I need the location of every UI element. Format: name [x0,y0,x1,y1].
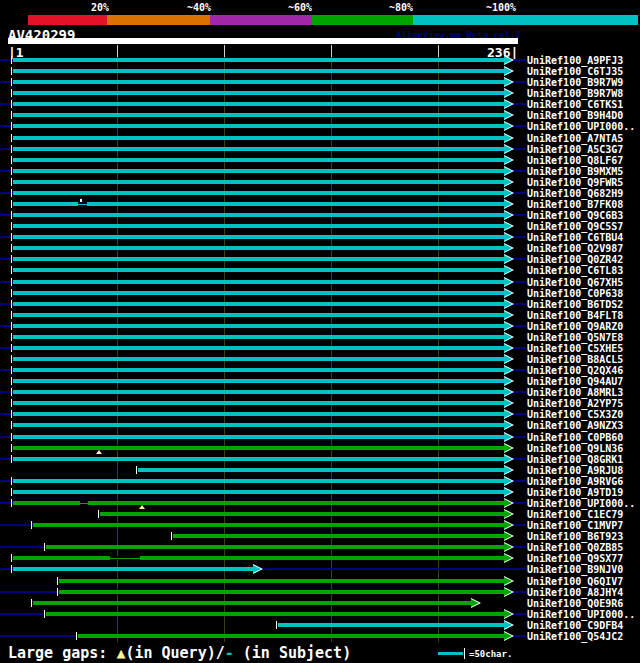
hit-label[interactable]: UniRef100_Q9SX77 [527,553,623,564]
alignment-bar[interactable] [13,291,505,295]
alignment-bar[interactable] [13,423,505,427]
hit-label[interactable]: UniRef100_A2YP75 [527,398,623,409]
hit-label[interactable]: UniRef100_A9PFJ3 [527,55,623,66]
alignment-bar[interactable] [13,390,505,394]
hit-label[interactable]: UniRef100_Q682H9 [527,188,623,199]
hit-label[interactable]: UniRef100_A5C3G7 [527,144,623,155]
hit-label[interactable]: UniRef100_C1MVP7 [527,520,623,531]
hit-label[interactable]: UniRef100_A9NZX3 [527,420,623,431]
alignment-bar[interactable] [13,136,505,140]
alignment-bar[interactable] [13,91,505,95]
hit-label[interactable]: UniRef100_C6TBU4 [527,232,623,243]
alignment-bar[interactable] [13,58,505,62]
hit-label[interactable]: UniRef100_A8MRL3 [527,387,623,398]
hit-label[interactable]: UniRef100_A7NTA5 [527,133,623,144]
alignment-bar[interactable] [13,69,505,73]
alignment-bar[interactable] [13,446,505,450]
hit-label[interactable]: UniRef100_C6TL83 [527,265,623,276]
alignment-bar[interactable] [278,623,505,627]
hit-label[interactable]: UniRef100_B9R7W9 [527,77,623,88]
alignment-bar[interactable] [13,102,505,106]
hit-label[interactable]: UniRef100_C6TKS1 [527,99,623,110]
hit-label[interactable]: UniRef100_C9DFB4 [527,620,623,631]
hit-label[interactable]: UniRef100_C1EC79 [527,509,623,520]
hit-label[interactable]: UniRef100_A8JHY4 [527,587,623,598]
alignment-bar[interactable] [13,268,505,272]
hit-label[interactable]: UniRef100_Q6QIV7 [527,576,623,587]
alignment-bar[interactable] [13,357,505,361]
hit-label[interactable]: UniRef100_Q0E9R6 [527,598,623,609]
hit-label[interactable]: UniRef100_Q54JC2 [527,631,623,642]
hit-label[interactable]: UniRef100_Q0ZR42 [527,254,623,265]
alignment-bar[interactable] [13,379,505,383]
alignment-bar[interactable] [13,479,505,483]
hit-label[interactable]: UniRef100_B9NJV0 [527,564,623,575]
alignment-bar[interactable] [13,490,505,494]
hit-label[interactable]: UniRef100_B9R7W8 [527,88,623,99]
hit-label[interactable]: UniRef100_C0P638 [527,288,623,299]
alignment-bar[interactable] [13,324,505,328]
alignment-bar[interactable] [46,612,505,616]
hit-label[interactable]: UniRef100_Q9LN36 [527,443,623,454]
hit-label[interactable]: UniRef100_B9H4D0 [527,110,623,121]
hit-label[interactable]: UniRef100_Q9FWR5 [527,177,623,188]
hit-label[interactable]: UniRef100_B9MXM5 [527,166,623,177]
hit-label[interactable]: UniRef100_C0PB60 [527,432,623,443]
alignment-bar[interactable] [13,567,254,571]
hit-label[interactable]: UniRef100_B8ACL5 [527,354,623,365]
hit-label[interactable]: UniRef100_Q94AU7 [527,376,623,387]
hit-label[interactable]: UniRef100_C5XHE5 [527,343,623,354]
hit-label[interactable]: UniRef100_UPI000.. [527,498,635,509]
alignment-bar[interactable] [78,634,505,638]
alignment-bar[interactable] [13,147,505,151]
alignment-bar[interactable] [13,401,505,405]
hit-label[interactable]: UniRef100_UPI000.. [527,609,635,620]
alignment-bar[interactable] [13,346,505,350]
alignment-bar[interactable] [33,523,505,527]
hit-label[interactable]: UniRef100_A9TD19 [527,487,623,498]
hit-label[interactable]: UniRef100_Q2V987 [527,243,623,254]
hit-label[interactable]: UniRef100_Q9C6B3 [527,210,623,221]
alignment-bar[interactable] [13,368,505,372]
hit-label[interactable]: UniRef100_Q9C5S7 [527,221,623,232]
hit-label[interactable]: UniRef100_Q0ZB85 [527,542,623,553]
alignment-bar[interactable] [13,412,505,416]
alignment-bar[interactable] [33,601,472,605]
hit-label[interactable]: UniRef100_Q5N7E8 [527,332,623,343]
alignment-bar[interactable] [13,556,505,560]
alignment-bar[interactable] [13,224,505,228]
alignment-bar[interactable] [59,590,505,594]
alignment-bar[interactable] [100,512,505,516]
hit-label[interactable]: UniRef100_Q67XH5 [527,277,623,288]
hit-label[interactable]: UniRef100_A9RVG6 [527,476,623,487]
hit-label[interactable]: UniRef100_C5X3Z0 [527,409,623,420]
hit-label[interactable]: UniRef100_C6TJ35 [527,66,623,77]
alignment-bar[interactable] [13,191,505,195]
alignment-bar[interactable] [13,158,505,162]
alignment-bar[interactable] [13,180,505,184]
alignment-bar[interactable] [13,335,505,339]
alignment-bar[interactable] [13,246,505,250]
alignment-bar[interactable] [173,534,505,538]
alignment-bar[interactable] [59,579,505,583]
hit-label[interactable]: UniRef100_Q9ARZ0 [527,321,623,332]
hit-label[interactable]: UniRef100_B4FLT8 [527,310,623,321]
alignment-bar[interactable] [13,235,505,239]
hit-label[interactable]: UniRef100_B6T923 [527,531,623,542]
alignment-bar[interactable] [13,169,505,173]
alignment-bar[interactable] [13,113,505,117]
hit-label[interactable]: UniRef100_B7FK08 [527,199,623,210]
alignment-bar[interactable] [13,302,505,306]
alignment-bar[interactable] [13,313,505,317]
alignment-bar[interactable] [13,457,505,461]
alignment-bar[interactable] [13,435,505,439]
hit-label[interactable]: UniRef100_A9RJU8 [527,465,623,476]
alignment-bar[interactable] [13,257,505,261]
hit-label[interactable]: UniRef100_Q8GRK1 [527,454,623,465]
hit-label[interactable]: UniRef100_UPI000.. [527,121,635,132]
alignment-bar[interactable] [13,124,505,128]
alignment-bar[interactable] [46,545,505,549]
hit-label[interactable]: UniRef100_Q2QX46 [527,365,623,376]
alignment-bar[interactable] [138,468,505,472]
alignment-bar[interactable] [13,80,505,84]
